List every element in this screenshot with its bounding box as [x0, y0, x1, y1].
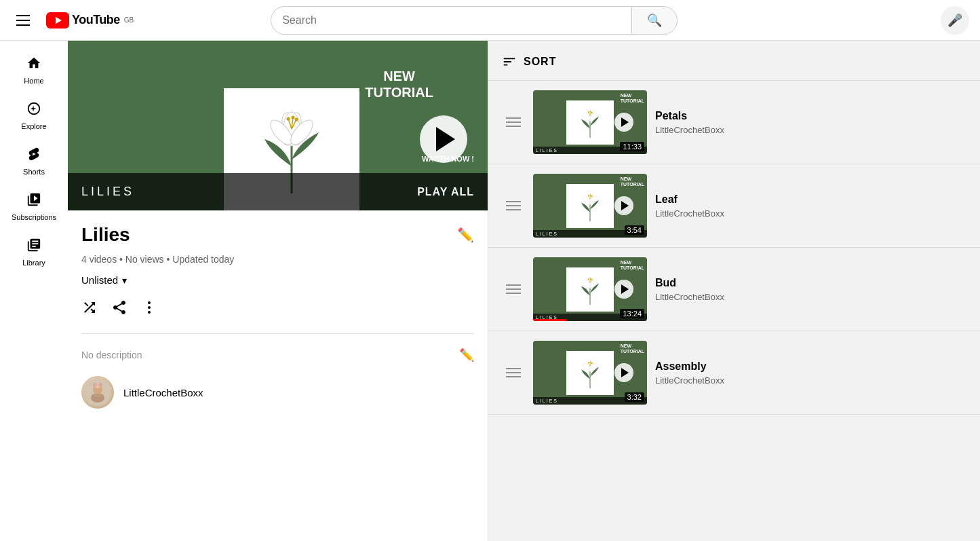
svg-point-21: [93, 383, 97, 387]
video-thumbnail: NEWTUTORIAL LILIES 13:24: [533, 257, 647, 321]
thumb-play-button: [614, 196, 633, 215]
video-duration: 3:54: [625, 225, 644, 235]
youtube-logo[interactable]: YouTubeGB: [46, 12, 134, 29]
drag-handle[interactable]: [502, 279, 525, 299]
watch-now-text: WACTH NOW !: [422, 155, 474, 163]
thumb-tutorial-text: NEWTUTORIAL: [621, 93, 644, 103]
sidebar-item-explore[interactable]: Explore: [0, 94, 68, 137]
svg-point-34: [591, 112, 593, 113]
new-tutorial-text: NEW TUTORIAL: [365, 68, 433, 100]
logo-text: YouTube: [72, 13, 120, 27]
sidebar-item-library[interactable]: Library: [0, 231, 68, 274]
drag-handle[interactable]: [502, 112, 525, 132]
sidebar-shorts-label: Shorts: [23, 168, 45, 176]
progress-bar: [533, 319, 567, 321]
sidebar-subscriptions-label: Subscriptions: [12, 213, 56, 221]
video-list-item[interactable]: NEWTUTORIAL LILIES 3:32 Assembly LittleC…: [488, 331, 980, 415]
video-list-item[interactable]: NEWTUTORIAL LILIES 3:54 Leaf LittleCroch…: [488, 164, 980, 248]
thumb-lily-svg: [576, 104, 604, 141]
video-info: Leaf LittleCrochetBoxx: [655, 193, 966, 219]
drag-handle[interactable]: [502, 362, 525, 383]
svg-point-15: [148, 306, 151, 309]
svg-point-68: [588, 362, 589, 363]
thumb-play-button: [614, 113, 633, 132]
share-button[interactable]: [111, 299, 128, 320]
visibility-text: Unlisted: [81, 274, 118, 286]
menu-button[interactable]: [11, 10, 35, 31]
right-panel: SORT: [488, 41, 980, 541]
channel-avatar-image: [84, 379, 111, 406]
channel-row[interactable]: LittleCrochetBoxx: [81, 376, 474, 409]
thumb-play-button: [614, 280, 633, 299]
sidebar-home-label: Home: [24, 77, 43, 85]
header-right: 🎤: [941, 6, 969, 35]
svg-point-13: [294, 118, 298, 122]
search-container: 🔍: [271, 6, 678, 35]
svg-point-44: [588, 195, 589, 196]
video-title: Assembly: [655, 360, 966, 373]
video-thumbnail: NEWTUTORIAL LILIES 3:54: [533, 174, 647, 238]
home-icon: [26, 56, 41, 74]
channel-avatar: [81, 376, 114, 409]
video-info: Bud LittleCrochetBoxx: [655, 277, 966, 302]
video-channel: LittleCrochetBoxx: [655, 375, 966, 386]
channel-name[interactable]: LittleCrochetBoxx: [123, 387, 203, 398]
playlist-info: Lilies ✏️ 4 videos • No views • Updated …: [68, 210, 488, 409]
play-all-button-text[interactable]: PLAY ALL: [417, 186, 474, 198]
video-title: Leaf: [655, 193, 966, 206]
svg-point-11: [286, 117, 290, 121]
sidebar-item-shorts[interactable]: Shorts: [0, 140, 68, 183]
video-list-item[interactable]: NEWTUTORIAL LILIES 11:33 Petals LittleCr…: [488, 81, 980, 164]
search-input[interactable]: [271, 6, 631, 35]
svg-point-33: [590, 111, 591, 112]
sidebar-library-label: Library: [22, 259, 45, 267]
main-layout: Home Explore Shorts Subscriptions Librar…: [0, 41, 980, 541]
playlist-description: No description: [81, 350, 142, 360]
sort-label: SORT: [524, 56, 556, 68]
svg-point-70: [591, 362, 593, 364]
drag-handle[interactable]: [502, 195, 525, 216]
video-list-item[interactable]: NEWTUTORIAL LILIES 13:24 Bud LittleCroch…: [488, 248, 980, 331]
sidebar-item-home[interactable]: Home: [0, 49, 68, 92]
svg-point-14: [148, 301, 151, 304]
video-title: Petals: [655, 110, 966, 122]
mic-icon: 🎤: [947, 13, 962, 28]
video-info: Assembly LittleCrochetBoxx: [655, 360, 966, 386]
video-thumbnail: NEWTUTORIAL LILIES 3:32: [533, 341, 647, 405]
svg-point-46: [591, 195, 593, 197]
thumb-lily-svg: [576, 354, 604, 392]
edit-title-button[interactable]: ✏️: [457, 227, 474, 243]
voice-search-button[interactable]: 🎤: [941, 6, 969, 35]
explore-icon: [26, 101, 41, 119]
chevron-down-icon: ▾: [122, 275, 127, 286]
playlist-description-row: No description ✏️: [81, 348, 474, 362]
search-icon: 🔍: [647, 13, 662, 28]
thumb-tutorial-text: NEWTUTORIAL: [621, 343, 644, 354]
video-list: NEWTUTORIAL LILIES 11:33 Petals LittleCr…: [488, 81, 980, 415]
header: YouTubeGB 🔍 🎤: [0, 0, 980, 41]
visibility-selector[interactable]: Unlisted ▾: [81, 274, 474, 286]
svg-point-12: [291, 116, 294, 119]
sort-row: SORT: [488, 54, 980, 81]
thumb-tutorial-text: NEWTUTORIAL: [621, 176, 644, 187]
more-options-button[interactable]: [141, 299, 157, 320]
logo-region: GB: [124, 16, 134, 24]
playlist-thumbnail[interactable]: NEW TUTORIAL WACTH NOW ! LILIES PLAY ALL: [68, 41, 488, 210]
search-button[interactable]: 🔍: [631, 6, 678, 35]
edit-description-button[interactable]: ✏️: [459, 348, 474, 362]
library-icon: [26, 238, 41, 256]
subscriptions-icon: [26, 192, 41, 210]
playlist-title-row: Lilies ✏️: [81, 224, 474, 246]
sidebar-explore-label: Explore: [21, 122, 46, 130]
video-channel: LittleCrochetBoxx: [655, 208, 966, 219]
thumb-tutorial-text: NEWTUTORIAL: [621, 260, 644, 270]
sidebar-item-subscriptions[interactable]: Subscriptions: [0, 185, 68, 228]
shorts-icon: [26, 147, 41, 165]
svg-point-56: [588, 278, 589, 280]
video-channel: LittleCrochetBoxx: [655, 125, 966, 135]
video-duration: 13:24: [620, 309, 644, 318]
video-thumbnail: NEWTUTORIAL LILIES 11:33: [533, 90, 647, 154]
svg-point-57: [590, 278, 591, 279]
shuffle-button[interactable]: [81, 299, 98, 320]
svg-point-45: [590, 194, 591, 195]
